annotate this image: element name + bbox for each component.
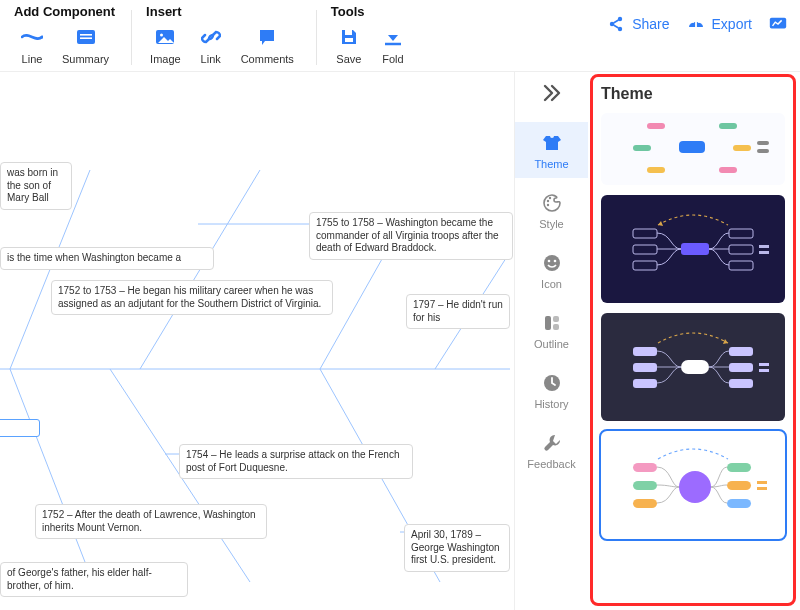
node-1755[interactable]: 1755 to 1758 – Washington became the com… xyxy=(309,212,513,260)
rail-label-theme: Theme xyxy=(534,158,568,170)
rail-label-feedback: Feedback xyxy=(527,458,575,470)
svg-rect-24 xyxy=(633,261,657,270)
save-button[interactable]: Save xyxy=(329,23,369,67)
svg-rect-30 xyxy=(759,251,769,254)
share-icon xyxy=(606,14,626,34)
svg-rect-39 xyxy=(759,369,769,372)
svg-point-16 xyxy=(547,260,550,263)
svg-rect-18 xyxy=(545,316,551,330)
svg-rect-1 xyxy=(77,30,95,44)
rail-item-icon[interactable]: Icon xyxy=(515,242,588,298)
group-insert: Insert Image Link Comments xyxy=(138,4,306,67)
svg-point-14 xyxy=(546,204,548,206)
svg-rect-7 xyxy=(345,38,353,42)
svg-point-13 xyxy=(548,197,550,199)
panel-rail: Theme Style Icon Outline History xyxy=(514,72,588,610)
comments-label: Comments xyxy=(241,53,294,65)
link-button[interactable]: Link xyxy=(191,23,231,67)
svg-rect-3 xyxy=(80,37,92,39)
group-title-add-component: Add Component xyxy=(12,4,115,19)
fold-button[interactable]: Fold xyxy=(373,23,413,67)
svg-rect-26 xyxy=(729,229,753,238)
svg-rect-19 xyxy=(553,316,559,322)
svg-rect-44 xyxy=(727,463,751,472)
svg-rect-23 xyxy=(633,245,657,254)
svg-rect-41 xyxy=(633,481,657,490)
toolbar: Add Component Line Summary Insert xyxy=(0,0,800,72)
line-label: Line xyxy=(22,53,43,65)
line-button[interactable]: Line xyxy=(12,23,52,67)
node-1752[interactable]: 1752 – After the death of Lawrence, Wash… xyxy=(35,504,267,539)
tshirt-icon xyxy=(541,132,563,154)
svg-rect-37 xyxy=(729,379,753,388)
svg-rect-31 xyxy=(633,347,657,356)
rail-item-style[interactable]: Style xyxy=(515,182,588,238)
theme-card-white[interactable] xyxy=(601,431,785,539)
svg-rect-40 xyxy=(633,463,657,472)
link-icon xyxy=(197,25,225,49)
svg-point-15 xyxy=(544,255,560,271)
svg-rect-48 xyxy=(757,487,767,490)
rail-item-theme[interactable]: Theme xyxy=(515,122,588,178)
rail-collapse-button[interactable] xyxy=(515,76,588,112)
rail-item-feedback[interactable]: Feedback xyxy=(515,422,588,478)
rail-item-history[interactable]: History xyxy=(515,362,588,418)
chevron-right-double-icon xyxy=(541,83,563,106)
summary-button[interactable]: Summary xyxy=(56,23,115,67)
group-title-insert: Insert xyxy=(144,4,300,19)
smiley-icon xyxy=(541,252,563,274)
export-button[interactable]: Export xyxy=(686,14,752,34)
svg-point-5 xyxy=(160,34,163,37)
line-icon xyxy=(18,25,46,49)
node-born[interactable]: was born in the son of Mary Ball xyxy=(0,162,72,210)
share-label: Share xyxy=(632,16,669,32)
image-icon xyxy=(151,25,179,49)
fold-label: Fold xyxy=(382,53,403,65)
node-1789[interactable]: April 30, 1789 – George Washington first… xyxy=(404,524,510,572)
svg-rect-32 xyxy=(633,363,657,372)
svg-rect-6 xyxy=(345,30,352,35)
svg-rect-25 xyxy=(681,243,709,255)
presentation-button[interactable] xyxy=(768,14,788,34)
node-father[interactable]: of George's father, his elder half-broth… xyxy=(0,562,188,597)
svg-point-43 xyxy=(679,471,711,503)
outline-icon xyxy=(541,312,563,334)
root-node[interactable] xyxy=(0,419,40,437)
image-label: Image xyxy=(150,53,181,65)
group-add-component: Add Component Line Summary xyxy=(6,4,121,67)
workspace: was born in the son of Mary Ball is the … xyxy=(0,72,800,610)
save-icon xyxy=(335,25,363,49)
svg-point-12 xyxy=(546,200,548,202)
palette-icon xyxy=(541,192,563,214)
theme-card-dark[interactable] xyxy=(601,313,785,421)
rail-item-outline[interactable]: Outline xyxy=(515,302,588,358)
node-time[interactable]: is the time when Washington became a xyxy=(0,247,214,270)
theme-card-navy[interactable] xyxy=(601,195,785,303)
node-1797[interactable]: 1797 – He didn't run for his xyxy=(406,294,510,329)
summary-label: Summary xyxy=(62,53,109,65)
toolbar-separator xyxy=(316,10,317,65)
share-button[interactable]: Share xyxy=(606,14,669,34)
image-button[interactable]: Image xyxy=(144,23,187,67)
theme-panel: Theme xyxy=(590,74,796,606)
export-icon xyxy=(686,14,706,34)
svg-rect-36 xyxy=(729,363,753,372)
toolbar-separator xyxy=(131,10,132,65)
export-label: Export xyxy=(712,16,752,32)
svg-point-17 xyxy=(553,260,556,263)
canvas[interactable]: was born in the son of Mary Ball is the … xyxy=(0,72,514,610)
fold-icon xyxy=(379,25,407,49)
presentation-icon xyxy=(768,14,788,34)
rail-label-history: History xyxy=(534,398,568,410)
svg-rect-2 xyxy=(80,34,92,36)
theme-card-light[interactable] xyxy=(601,113,785,185)
svg-rect-47 xyxy=(757,481,767,484)
comments-button[interactable]: Comments xyxy=(235,23,300,67)
svg-rect-22 xyxy=(633,229,657,238)
svg-rect-38 xyxy=(759,363,769,366)
svg-rect-33 xyxy=(633,379,657,388)
node-1754[interactable]: 1754 – He leads a surprise attack on the… xyxy=(179,444,413,479)
group-title-tools: Tools xyxy=(329,4,413,19)
toolbar-right: Share Export xyxy=(606,4,794,34)
node-1752-53[interactable]: 1752 to 1753 – He began his military car… xyxy=(51,280,333,315)
